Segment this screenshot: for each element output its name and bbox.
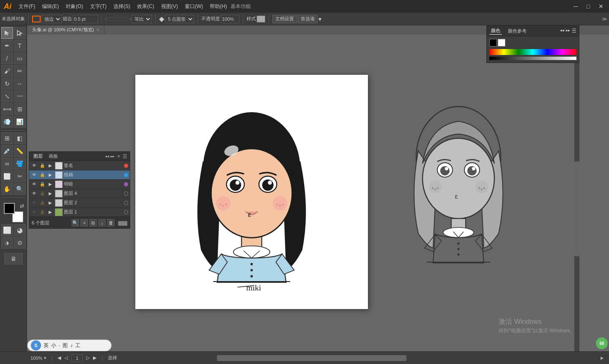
layer-expand-icon[interactable]: ▶ bbox=[47, 181, 54, 188]
points-dropdown[interactable]: 5 点圆形 bbox=[165, 15, 194, 23]
layer-expand-icon[interactable]: ▶ bbox=[47, 162, 54, 169]
vertical-scrollbar[interactable] bbox=[574, 35, 579, 351]
page-input[interactable] bbox=[71, 354, 83, 362]
scrollbar-thumb-v[interactable] bbox=[574, 161, 579, 257]
menu-text[interactable]: 文字(T) bbox=[87, 0, 110, 13]
color-reference-tab[interactable]: 颜色参考 bbox=[506, 27, 528, 35]
artboard-tool[interactable]: ⬜ bbox=[1, 170, 13, 182]
close-button[interactable]: ✕ bbox=[595, 2, 607, 11]
ime-logo-icon[interactable]: S bbox=[31, 340, 41, 350]
preferences-arrow-icon[interactable]: ▾ bbox=[318, 16, 321, 22]
screen-mode-icon[interactable]: 🖥 bbox=[4, 253, 23, 265]
next-page-button2[interactable]: ▶ bbox=[93, 355, 96, 361]
type-tool[interactable]: T bbox=[14, 40, 26, 52]
layers-panel-menu-icon[interactable]: ☰ bbox=[123, 153, 127, 159]
scissors-tool[interactable]: ✂ bbox=[14, 170, 26, 182]
layer-visibility-icon[interactable]: 👁 bbox=[31, 162, 38, 169]
direct-select-tool[interactable] bbox=[14, 27, 26, 39]
prev-page-button2[interactable]: ◁ bbox=[64, 355, 68, 361]
screen-mode-btn[interactable]: 🖥 bbox=[4, 253, 23, 265]
layer-row[interactable]: 👁 🔒 ▶ 线稿 bbox=[29, 170, 130, 180]
layers-down-button[interactable]: ↓ bbox=[98, 219, 106, 227]
layer-expand-icon[interactable]: ▶ bbox=[47, 200, 54, 206]
color-panel-expand-icon[interactable]: ◂◂ bbox=[560, 28, 564, 34]
ime-music-btn[interactable]: ♪ bbox=[70, 342, 73, 348]
color-panel-arrow-icon[interactable]: ▸▸ bbox=[566, 28, 570, 34]
scroll-thumb-h[interactable] bbox=[217, 355, 406, 361]
column-graph-tool[interactable]: 📊 bbox=[14, 116, 26, 128]
layer-row[interactable]: 👁 🔒 ▶ 图层 4 bbox=[29, 189, 130, 198]
swap-colors-icon[interactable]: ⇄ bbox=[20, 203, 24, 209]
layer-lock-icon[interactable]: 🔒 bbox=[39, 200, 46, 206]
layer-row[interactable]: 👁 🔒 ▶ 签名 bbox=[29, 161, 130, 170]
stroke-color-icon[interactable] bbox=[32, 16, 41, 22]
ime-small-btn[interactable]: 小 bbox=[51, 342, 56, 349]
layer-expand-icon[interactable]: ▶ bbox=[47, 190, 54, 197]
layer-expand-icon[interactable]: ▶ bbox=[47, 172, 54, 178]
ime-dot-btn[interactable]: · bbox=[59, 342, 60, 348]
minimize-button[interactable]: ─ bbox=[569, 2, 582, 11]
doc-tab[interactable]: 头像.ai @ 100% (CMYK/预览) × bbox=[27, 25, 104, 35]
green-badge-circle[interactable]: 68 bbox=[596, 337, 608, 349]
status-arrow-right-icon[interactable]: ▶ bbox=[601, 356, 606, 361]
opacity-input[interactable] bbox=[221, 15, 239, 23]
layer-visibility-icon[interactable]: 👁 bbox=[31, 200, 38, 206]
layer-visibility-icon[interactable]: 👁 bbox=[31, 190, 38, 197]
none-fill-btn[interactable]: ⊘ bbox=[14, 237, 26, 249]
menu-window[interactable]: 窗口(W) bbox=[181, 0, 206, 13]
bg-color-swatch[interactable] bbox=[498, 39, 505, 47]
width-tool[interactable]: ⟺ bbox=[1, 103, 13, 115]
ime-lang-btn[interactable]: 英 bbox=[44, 342, 49, 349]
line-tool[interactable]: / bbox=[1, 52, 13, 64]
color-tab[interactable]: 颜色 bbox=[489, 27, 502, 35]
reflect-tool[interactable]: ↔ bbox=[14, 78, 26, 90]
zoom-dropdown-arrow[interactable]: ▾ bbox=[44, 356, 46, 360]
preferences-button[interactable]: 首选项 bbox=[298, 15, 318, 23]
layer-row[interactable]: 👁 🔒 ▶ 图层 1 bbox=[29, 208, 130, 217]
artboards-tab[interactable]: 画板 bbox=[47, 153, 60, 160]
symbol-sprayer-tool[interactable]: 💨 bbox=[1, 116, 13, 128]
blend-tool[interactable]: ∞ bbox=[1, 158, 13, 170]
measure-tool[interactable]: 📏 bbox=[14, 145, 26, 157]
style-swatch[interactable] bbox=[257, 16, 265, 22]
layer-row[interactable]: 👁 🔒 ▶ 图层 2 bbox=[29, 198, 130, 208]
layer-visibility-icon[interactable]: 👁 bbox=[31, 172, 38, 178]
ratio-dropdown[interactable]: 等比 bbox=[132, 15, 152, 23]
pen-tool[interactable]: ✒ bbox=[1, 40, 13, 52]
stroke-value-input[interactable] bbox=[73, 15, 98, 23]
layer-lock-icon[interactable]: 🔒 bbox=[39, 162, 46, 169]
scale-tool[interactable]: ⤡ bbox=[1, 90, 13, 102]
doc-tab-close-button[interactable]: × bbox=[96, 27, 99, 32]
pencil-tool[interactable]: ✏ bbox=[14, 65, 26, 77]
horizontal-scrollbar[interactable] bbox=[122, 355, 595, 361]
gradient-fill-btn[interactable]: ◑ bbox=[1, 237, 13, 249]
fg-color-swatch[interactable] bbox=[489, 39, 497, 47]
layer-row[interactable]: 👁 🔒 ▶ 明暗 bbox=[29, 180, 130, 189]
menu-object[interactable]: 对象(O) bbox=[62, 0, 86, 13]
layer-lock-icon[interactable]: 🔒 bbox=[39, 181, 46, 188]
color-mode-btn[interactable]: ◕ bbox=[14, 224, 26, 236]
rect-tool[interactable]: ▭ bbox=[14, 52, 26, 64]
layer-visibility-icon[interactable]: 👁 bbox=[31, 181, 38, 188]
layer-visibility-icon[interactable]: 👁 bbox=[31, 209, 38, 216]
doc-settings-button[interactable]: 文档设置 bbox=[272, 15, 297, 23]
layers-panel-expand[interactable]: ◂◂ ▸▸ bbox=[105, 154, 115, 159]
ime-draw-btn[interactable]: 图 bbox=[63, 342, 68, 349]
selection-tool[interactable] bbox=[1, 27, 13, 39]
warp-tool[interactable]: 〰 bbox=[14, 90, 26, 102]
mesh-tool[interactable]: ⊞ bbox=[1, 132, 13, 144]
restore-button[interactable]: □ bbox=[582, 2, 595, 11]
layers-tab[interactable]: 图层 bbox=[32, 153, 44, 160]
toolbar-expand-icon[interactable]: ≫ bbox=[602, 16, 607, 22]
layer-lock-icon[interactable]: 🔒 bbox=[39, 209, 46, 216]
ime-settings-btn[interactable]: 工 bbox=[75, 342, 80, 349]
menu-edit[interactable]: 编辑(E) bbox=[38, 0, 62, 13]
paintbrush-tool[interactable]: 🖌 bbox=[1, 65, 13, 77]
color-gray-bar[interactable] bbox=[489, 57, 576, 60]
menu-view[interactable]: 视图(V) bbox=[158, 0, 181, 13]
rotate-tool[interactable]: ↻ bbox=[1, 78, 13, 90]
layers-search-button[interactable]: 🔍 bbox=[71, 219, 79, 227]
menu-help[interactable]: 帮助(H) bbox=[206, 0, 230, 13]
free-transform-tool[interactable]: ⊞ bbox=[14, 103, 26, 115]
zoom-tool[interactable]: 🔍 bbox=[14, 183, 26, 195]
